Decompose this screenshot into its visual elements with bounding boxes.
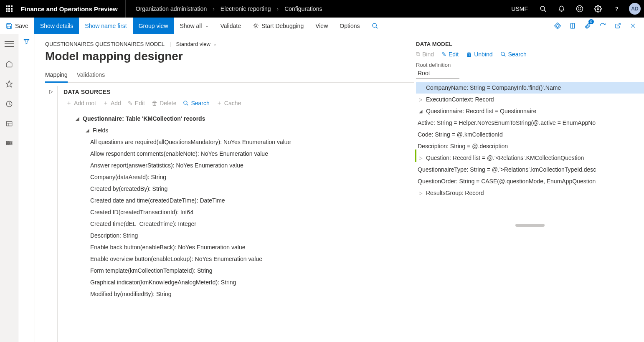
filter-icon[interactable] — [23, 38, 30, 342]
svg-point-30 — [501, 52, 504, 55]
tree-node-field[interactable]: Form template(kmCollectionTemplateId): S… — [66, 265, 414, 276]
save-button[interactable]: Save — [0, 18, 34, 34]
view-menu[interactable]: View — [309, 18, 334, 34]
expand-right-icon[interactable]: ▷ — [49, 89, 53, 342]
chevron-right-icon: › — [276, 5, 279, 12]
diamond-icon[interactable] — [550, 18, 565, 34]
tree-node-field[interactable]: Allow respondent comments(enableNote): N… — [66, 148, 414, 160]
cache-button[interactable]: ＋Cache — [214, 98, 243, 109]
recent-icon[interactable] — [0, 99, 18, 109]
tree-node-fields[interactable]: ◢Fields — [66, 124, 414, 136]
svg-point-5 — [597, 8, 599, 10]
tree-node-field[interactable]: Enable back button(enableBack): NoYes En… — [66, 241, 414, 253]
tree-node-companyname[interactable]: CompanyName: String = CompanyInfo.'find(… — [416, 82, 644, 94]
tab-validations[interactable]: Validations — [77, 69, 105, 82]
user-avatar[interactable]: AD — [626, 0, 644, 18]
twisty-open-icon: ◢ — [84, 126, 90, 134]
show-name-first-button[interactable]: Show name first — [79, 18, 132, 34]
twisty-open-icon: ◢ — [74, 114, 80, 123]
plus-icon: ＋ — [66, 99, 72, 107]
tree-node-questionnaire[interactable]: ◢Questionnaire: Record list = Questionna… — [416, 105, 644, 117]
separator: | — [170, 41, 171, 47]
add-root-button[interactable]: ＋Add root — [63, 98, 99, 109]
show-all-menu[interactable]: Show all⌄ — [174, 18, 215, 34]
start-debugging-button[interactable]: Start Debugging — [247, 18, 309, 34]
search-button[interactable]: Search — [180, 98, 212, 109]
search-icon[interactable] — [534, 0, 552, 18]
search-icon — [500, 51, 506, 57]
breadcrumb-item[interactable]: Organization administration — [136, 5, 207, 12]
tree-node-qorder[interactable]: QuestionOrder: String = CASE(@.questionM… — [416, 175, 644, 187]
unbind-button[interactable]: 🗑Unbind — [466, 51, 492, 58]
tree-node-root[interactable]: ◢Questionnaire: Table 'KMCollection' rec… — [66, 113, 414, 124]
tree-node-field[interactable]: Enable overview button(enableLookup): No… — [66, 253, 414, 265]
show-details-button[interactable]: Show details — [34, 18, 79, 34]
avatar-initials: AD — [629, 3, 641, 15]
main-columns: QUESTIONNAIRES QUESTIONNAIRES MODEL | St… — [35, 34, 644, 342]
top-bar-right: USMF AD — [505, 0, 644, 18]
tree-node-active[interactable]: Active: String = Helper.NoYesEnumToStrin… — [416, 117, 644, 129]
page-icon[interactable] — [565, 18, 580, 34]
tree-node-code[interactable]: Code: String = @.kmCollectionId — [416, 129, 644, 140]
tree-node-description[interactable]: Description: String = @.description — [416, 140, 644, 152]
modules-icon[interactable] — [0, 139, 18, 149]
splitter-handle[interactable] — [415, 149, 416, 162]
tree-node-field[interactable]: Modified by(modifiedBy): String — [66, 288, 414, 300]
tree-node-field[interactable]: All questions are required(allQuestionsM… — [66, 136, 414, 148]
root-definition-value[interactable]: Root — [416, 69, 459, 79]
svg-point-8 — [255, 25, 257, 27]
breadcrumb-item[interactable]: Configurations — [284, 5, 322, 12]
edit-button[interactable]: ✎Edit — [125, 98, 147, 109]
gear-icon[interactable] — [589, 0, 607, 18]
workspace-icon[interactable] — [0, 119, 18, 129]
close-icon[interactable] — [626, 18, 640, 34]
add-button[interactable]: ＋Add — [100, 98, 124, 109]
tree-node-field[interactable]: Graphical indicator(kmKnowledgeAnalogMet… — [66, 276, 414, 288]
tree-node-qtype[interactable]: QuestionnaireType: String = @.'>Relation… — [416, 164, 644, 175]
delete-button[interactable]: 🗑Delete — [149, 98, 179, 109]
bind-button[interactable]: ⧉Bind — [416, 51, 434, 58]
horizontal-scrollbar[interactable] — [515, 224, 545, 227]
view-selector[interactable]: Standard view ⌄ — [176, 41, 216, 47]
attachment-count-badge: 0 — [588, 19, 594, 24]
attachments-button[interactable]: 0 — [581, 18, 595, 34]
body: QUESTIONNAIRES QUESTIONNAIRES MODEL | St… — [0, 34, 644, 342]
tree-node-question[interactable]: ▷Question: Record list = @.'<Relations'.… — [416, 152, 644, 164]
product-title: Finance and Operations Preview — [18, 5, 125, 13]
options-menu[interactable]: Options — [334, 18, 365, 34]
tab-strip: Mapping Validations — [45, 69, 414, 83]
tab-mapping[interactable]: Mapping — [45, 69, 68, 82]
tree-node-field[interactable]: Answer report(answerStatistics): NoYes E… — [66, 160, 414, 171]
tree-node-field[interactable]: Company(dataAreaId): String — [66, 171, 414, 183]
bell-icon[interactable] — [552, 0, 570, 18]
legal-entity[interactable]: USMF — [505, 5, 534, 12]
refresh-icon[interactable] — [596, 18, 610, 34]
tree-node-field[interactable]: Created by(createdBy): String — [66, 183, 414, 195]
datamodel-tree[interactable]: CompanyName: String = CompanyInfo.'find(… — [416, 82, 644, 215]
svg-point-3 — [578, 8, 579, 8]
tree-node-field[interactable]: Description: String — [66, 230, 414, 241]
breadcrumb-item[interactable]: Electronic reporting — [221, 5, 271, 12]
tree-node-resultsgroup[interactable]: ▷ResultsGroup: Record — [416, 187, 644, 199]
search-button[interactable]: Search — [500, 51, 527, 58]
nav-expand-button[interactable] — [0, 38, 18, 49]
home-icon[interactable] — [0, 58, 18, 69]
section-title-datasources: DATA SOURCES — [63, 89, 414, 95]
star-icon[interactable] — [0, 79, 18, 89]
commandbar-search-button[interactable] — [366, 18, 384, 34]
app-launcher-button[interactable] — [0, 0, 18, 18]
validate-button[interactable]: Validate — [214, 18, 247, 34]
popout-icon[interactable] — [611, 18, 625, 34]
datamodel-actions: ⧉Bind ✎Edit 🗑Unbind Search — [416, 51, 644, 58]
datasource-tree[interactable]: ◢Questionnaire: Table 'KMCollection' rec… — [63, 113, 414, 342]
edit-button[interactable]: ✎Edit — [441, 51, 459, 58]
tree-node-field[interactable]: Created ID(createdTransactionId): Int64 — [66, 206, 414, 218]
tree-node-field[interactable]: Created time(dEL_CreatedTime): Integer — [66, 218, 414, 230]
help-icon[interactable] — [607, 0, 626, 18]
tree-node-field[interactable]: Created date and time(createdDateTime): … — [66, 195, 414, 206]
content-area: QUESTIONNAIRES QUESTIONNAIRES MODEL | St… — [18, 34, 644, 342]
tree-node-executioncontext[interactable]: ▷ExecutionContext: Record — [416, 94, 644, 105]
group-view-button[interactable]: Group view — [133, 18, 174, 34]
left-pane: QUESTIONNAIRES QUESTIONNAIRES MODEL | St… — [35, 34, 414, 342]
smile-icon[interactable] — [570, 0, 589, 18]
